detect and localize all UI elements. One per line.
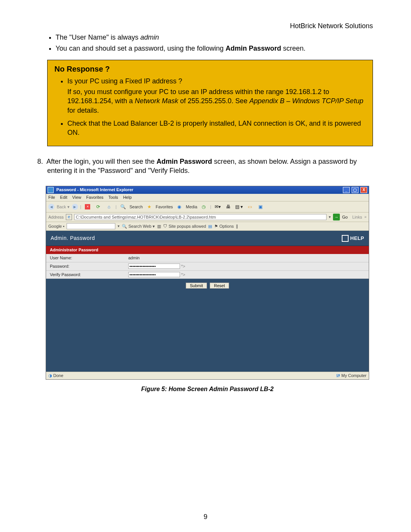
intro-bullet-2: You can and should set a password, using…	[56, 44, 373, 53]
browser-title-text: Password - Microsoft Internet Explorer	[48, 187, 133, 193]
figure-caption: Figure 5: Home Screen Admin Password LB-…	[46, 385, 369, 393]
favorites-label[interactable]: Favorites	[156, 204, 173, 210]
address-bar-row: Address e ▾ → Go Links »	[46, 212, 369, 222]
media-icon[interactable]: ◉	[175, 203, 183, 211]
intro-bullet-2-post: screen.	[281, 45, 306, 52]
username-label: User Name:	[46, 254, 126, 262]
google-search-web-button[interactable]: 🔍 Search Web ▾	[122, 224, 155, 229]
window-buttons: _ ▢ X	[342, 187, 367, 193]
step-8-bold: Admin Password	[156, 158, 212, 165]
intro-bullet-1: The "User Name" is always admin	[56, 33, 373, 42]
google-autofill[interactable]: ▤	[208, 224, 212, 229]
username-value: admin	[126, 254, 369, 262]
page-icon: e	[66, 214, 72, 220]
done-icon: ◑	[48, 373, 52, 378]
menu-help[interactable]: Help	[123, 195, 132, 200]
sep: |	[210, 204, 211, 210]
help-icon	[342, 235, 349, 242]
no-response-callout: No Response ? Is your PC using a Fixed I…	[47, 60, 373, 146]
intro-bullet-1-pre: The "User Name" is always	[56, 34, 140, 41]
browser-statusbar: ◑ Done 🖳 My Computer	[46, 372, 369, 379]
address-dropdown[interactable]: ▾	[329, 214, 331, 220]
browser-menubar: File Edit View Favorites Tools Help	[46, 194, 369, 201]
row-verify-password: Verify Password: *>	[46, 271, 369, 279]
menu-view[interactable]: View	[72, 195, 81, 200]
favorites-icon[interactable]: ★	[145, 203, 153, 211]
media-label[interactable]: Media	[186, 204, 197, 210]
browser-viewport: Admin. Password HELP Administrator Passw…	[46, 231, 369, 372]
google-toolbar: Google • ▾ 🔍 Search Web ▾ ▥ ⛉ Site popup…	[46, 222, 369, 231]
step-8-number: 8.	[37, 158, 46, 165]
print-icon[interactable]: 🖶	[224, 203, 233, 211]
callout-q2: Check that the Load Balancer LB-2 is pro…	[67, 119, 366, 137]
search-icon[interactable]: 🔍	[119, 203, 127, 211]
callout-q1-detail: If so, you must configure your PC to use…	[67, 87, 366, 115]
intro-bullet-1-italic: admin	[140, 34, 159, 41]
history-icon[interactable]: ◷	[199, 203, 208, 211]
password-label: Password:	[46, 262, 126, 270]
sep: |	[115, 204, 116, 210]
browser-window: Password - Microsoft Internet Explorer _…	[46, 186, 369, 380]
mail-icon[interactable]: ✉▾	[213, 203, 222, 211]
menu-favorites[interactable]: Favorites	[86, 195, 104, 200]
links-label[interactable]: Links	[352, 214, 362, 220]
submit-button[interactable]: Submit	[186, 283, 207, 289]
reset-button[interactable]: Reset	[210, 283, 229, 289]
google-search-dropdown[interactable]: ▾	[118, 224, 119, 229]
back-button[interactable]: ◄	[48, 204, 54, 210]
status-done: ◑ Done	[48, 373, 63, 379]
section-header: Administrator Password	[46, 246, 369, 254]
google-more[interactable]: ∥	[236, 224, 238, 229]
intro-bullet-2-pre: You can and should set a password, using…	[56, 45, 226, 52]
help-link[interactable]: HELP	[342, 235, 364, 242]
status-zone: 🖳 My Computer	[336, 373, 366, 379]
step-8: 8. After the login, you will then see th…	[37, 157, 373, 176]
refresh-button[interactable]: ⟳	[94, 203, 102, 211]
verify-password-input[interactable]	[128, 272, 180, 277]
home-button[interactable]: ⌂	[105, 203, 113, 211]
address-label: Address	[48, 214, 64, 220]
address-input[interactable]	[74, 214, 327, 220]
menu-edit[interactable]: Edit	[60, 195, 67, 200]
menu-tools[interactable]: Tools	[108, 195, 118, 200]
google-popup-blocker[interactable]: ⛉ Site popups allowed	[163, 224, 206, 229]
maximize-button[interactable]: ▢	[352, 187, 358, 193]
callout-q1: Is your PC using a Fixed IP address ?	[67, 77, 182, 85]
minimize-button[interactable]: _	[343, 187, 350, 193]
google-search-input[interactable]	[67, 223, 115, 229]
go-label[interactable]: Go	[342, 214, 348, 220]
form-buttons: Submit Reset	[46, 279, 369, 292]
sep: |	[80, 204, 81, 210]
my-computer-icon: 🖳	[336, 373, 340, 378]
search-label[interactable]: Search	[129, 204, 143, 210]
google-logo[interactable]: Google •	[48, 224, 64, 229]
row-password: Password: *>	[46, 262, 369, 271]
go-button[interactable]: →	[333, 214, 340, 220]
verify-password-label: Verify Password:	[46, 271, 126, 279]
password-input[interactable]	[128, 264, 180, 269]
page-number: 9	[0, 512, 411, 521]
browser-toolbar: ◄ Back ▾ ► | × ⟳ ⌂ | 🔍 Search ★ Favorite…	[46, 201, 369, 212]
edit-icon[interactable]: ▤ ▾	[235, 203, 243, 211]
intro-bullet-list: The "User Name" is always admin You can …	[38, 33, 373, 53]
google-options[interactable]: ⚑ Options	[214, 224, 234, 229]
discuss-icon[interactable]: ▭	[245, 203, 254, 211]
row-username: User Name: admin	[46, 254, 369, 262]
callout-title: No Response ?	[54, 64, 366, 74]
running-header: HotBrick Network Solutions	[38, 21, 373, 30]
menu-file[interactable]: File	[48, 195, 55, 200]
forward-button[interactable]: ►	[72, 204, 78, 210]
browser-titlebar: Password - Microsoft Internet Explorer _…	[46, 186, 369, 194]
stop-button[interactable]: ×	[83, 203, 92, 211]
google-pagerank[interactable]: ▥	[157, 224, 161, 229]
page-title: Admin. Password	[51, 235, 95, 242]
ie-icon	[48, 187, 54, 193]
research-icon[interactable]: ▣	[256, 203, 264, 211]
step-8-text-a: After the login, you will then see the	[46, 158, 156, 165]
intro-bullet-2-bold: Admin Password	[226, 45, 281, 52]
close-button[interactable]: X	[360, 187, 367, 193]
